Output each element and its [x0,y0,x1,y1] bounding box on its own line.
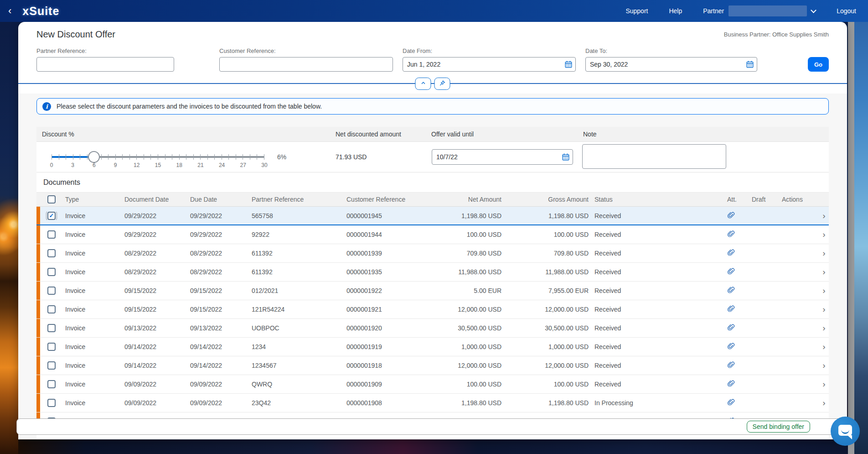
calendar-icon[interactable] [562,153,570,162]
row-checkbox[interactable] [47,343,56,351]
collapse-filter-button[interactable] [415,78,431,90]
date-from-input[interactable] [403,57,576,72]
row-chevron-icon[interactable]: › [819,267,829,277]
cell-due-date: 08/29/2022 [186,268,248,276]
row-chevron-icon[interactable]: › [819,248,829,258]
table-row[interactable]: Invoice09/14/202209/14/20221234000000191… [36,338,829,356]
row-chevron-icon[interactable]: › [819,323,829,333]
paperclip-icon[interactable] [727,307,735,314]
cell-customer-reference: 0000001920 [343,324,438,332]
row-select-cell [40,399,62,407]
slider-ticks [52,154,264,160]
calendar-icon[interactable] [564,60,573,70]
vertical-scrollbar[interactable] [848,22,854,454]
partner-selector[interactable]: Partner [703,5,816,16]
cell-due-date: 09/29/2022 [186,212,248,219]
customer-reference-input[interactable] [219,57,393,72]
chat-launcher-button[interactable] [831,417,860,446]
row-checkbox[interactable] [47,324,56,332]
row-chevron-icon[interactable]: › [819,342,829,352]
table-row[interactable]: Invoice09/13/202209/13/2022UOBPOC0000001… [36,319,829,338]
table-row[interactable]: Invoice09/29/202209/29/20229292200000019… [36,225,829,244]
calendar-icon[interactable] [746,60,754,70]
date-to-input[interactable] [585,57,757,72]
slider-tick [129,154,130,160]
cell-document-date: 09/15/2022 [121,306,186,313]
paperclip-icon[interactable] [727,269,735,277]
row-select-cell [40,287,62,295]
col-due-date: Due Date [186,196,248,203]
row-checkbox[interactable] [47,287,56,295]
row-checkbox[interactable] [47,268,56,276]
cell-document-date: 08/29/2022 [121,268,186,276]
row-checkbox[interactable]: ✓ [47,212,56,220]
table-row[interactable]: Invoice09/14/202209/14/20221234567000000… [36,356,829,375]
row-checkbox[interactable] [47,305,56,313]
cell-type: Invoice [62,324,121,332]
partner-label: Partner [703,7,724,15]
slider-tick [172,154,172,160]
row-checkbox[interactable] [47,230,56,239]
row-chevron-icon[interactable]: › [819,286,829,296]
page-content: i Please select the discount parameters … [18,94,847,439]
cell-due-date: 09/15/2022 [186,306,248,313]
table-row[interactable]: ✓Invoice09/29/202209/29/2022565758000000… [36,207,829,225]
cell-document-date: 09/29/2022 [121,231,186,238]
pin-filter-button[interactable] [434,78,450,90]
row-select-cell [40,380,62,388]
cell-customer-reference: 0000001935 [343,268,438,276]
note-textarea[interactable] [582,144,726,169]
row-chevron-icon[interactable]: › [819,379,829,389]
logout-link[interactable]: Logout [837,7,856,15]
slider-tick [228,154,229,160]
cell-gross-amount: 1,198.80 USD [506,399,593,407]
table-row[interactable]: Invoice08/29/202208/29/20226113920000001… [36,244,829,263]
paperclip-icon[interactable] [727,250,735,258]
slider-tick [66,154,66,160]
paperclip-icon[interactable] [727,213,735,220]
slider-tick-label: 15 [155,162,161,168]
discount-slider[interactable]: 036912151821242730 [52,146,264,167]
row-checkbox[interactable] [47,380,56,388]
row-checkbox[interactable] [47,361,56,370]
table-row[interactable]: Invoice09/09/202209/09/202223Q4200000019… [36,394,829,412]
row-chevron-icon[interactable]: › [819,304,829,314]
paperclip-icon[interactable] [727,344,735,351]
help-link[interactable]: Help [669,7,682,15]
cell-type: Invoice [62,250,121,257]
paperclip-icon[interactable] [727,232,735,239]
partner-reference-input[interactable] [36,57,174,72]
go-button[interactable]: Go [808,57,829,72]
cell-partner-reference: UOBPOC [248,324,343,332]
table-row[interactable]: Invoice09/15/202209/15/2022121R542240000… [36,300,829,319]
cell-status: Received [593,362,720,369]
cell-status: Received [593,287,720,294]
paperclip-icon[interactable] [727,400,735,407]
slider-tick [200,154,201,160]
row-chevron-icon[interactable]: › [819,211,829,221]
table-row[interactable]: Invoice08/29/202208/29/20226113920000001… [36,263,829,282]
row-chevron-icon[interactable]: › [819,398,829,408]
net-discounted-amount: 71.93 USD [331,153,426,161]
paperclip-icon[interactable] [727,288,735,295]
cell-status: Received [593,381,720,388]
offer-valid-until-input[interactable] [432,149,573,165]
send-binding-offer-button[interactable]: Send binding offer [747,421,810,433]
paperclip-icon[interactable] [727,363,735,370]
cell-document-date: 09/15/2022 [121,287,186,294]
cell-type: Invoice [62,362,121,369]
row-chevron-icon[interactable]: › [819,360,829,371]
shell-top-bar: ‹ xSuite Support Help Partner Logout [0,0,868,22]
row-chevron-icon[interactable]: › [819,230,829,240]
support-link[interactable]: Support [625,7,648,15]
cell-gross-amount: 709.80 USD [506,250,593,257]
row-checkbox[interactable] [47,399,56,407]
select-all-checkbox[interactable] [47,195,56,204]
paperclip-icon[interactable] [727,325,735,333]
table-row[interactable]: Invoice09/15/202209/15/2022012/202100000… [36,282,829,300]
back-icon[interactable]: ‹ [8,6,11,16]
row-checkbox[interactable] [47,249,56,257]
paperclip-icon[interactable] [727,381,735,389]
table-row[interactable]: Invoice09/09/202209/09/2022QWRQ000000190… [36,375,829,394]
col-status: Status [593,196,720,203]
